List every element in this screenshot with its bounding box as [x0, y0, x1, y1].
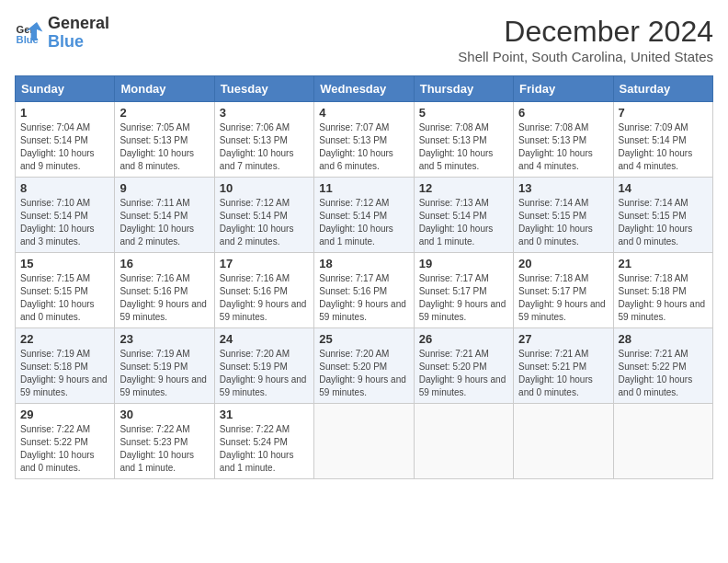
day-number: 11 — [319, 181, 408, 195]
day-number: 19 — [419, 257, 508, 270]
calendar-cell: 9 Sunrise: 7:11 AM Sunset: 5:14 PM Dayli… — [115, 178, 214, 253]
day-info: Sunrise: 7:10 AM Sunset: 5:14 PM Dayligh… — [20, 197, 109, 248]
calendar-cell: 23 Sunrise: 7:19 AM Sunset: 5:19 PM Dayl… — [115, 328, 214, 404]
calendar-week-1: 1 Sunrise: 7:04 AM Sunset: 5:14 PM Dayli… — [16, 102, 713, 178]
day-info: Sunrise: 7:04 AM Sunset: 5:14 PM Dayligh… — [20, 121, 109, 173]
calendar-cell: 16 Sunrise: 7:16 AM Sunset: 5:16 PM Dayl… — [115, 253, 214, 328]
weekday-header-tuesday: Tuesday — [214, 76, 313, 102]
calendar-cell: 29 Sunrise: 7:22 AM Sunset: 5:22 PM Dayl… — [16, 404, 115, 479]
calendar-cell: 11 Sunrise: 7:12 AM Sunset: 5:14 PM Dayl… — [314, 178, 414, 253]
calendar-cell: 3 Sunrise: 7:06 AM Sunset: 5:13 PM Dayli… — [214, 102, 313, 178]
calendar-cell: 28 Sunrise: 7:21 AM Sunset: 5:22 PM Dayl… — [613, 328, 712, 404]
day-info: Sunrise: 7:08 AM Sunset: 5:13 PM Dayligh… — [518, 121, 608, 173]
calendar-cell: 21 Sunrise: 7:18 AM Sunset: 5:18 PM Dayl… — [613, 253, 712, 328]
day-info: Sunrise: 7:12 AM Sunset: 5:14 PM Dayligh… — [319, 197, 408, 248]
day-info: Sunrise: 7:06 AM Sunset: 5:13 PM Dayligh… — [220, 121, 309, 173]
day-info: Sunrise: 7:05 AM Sunset: 5:13 PM Dayligh… — [119, 121, 209, 173]
calendar-cell: 30 Sunrise: 7:22 AM Sunset: 5:23 PM Dayl… — [115, 404, 214, 479]
day-info: Sunrise: 7:21 AM Sunset: 5:21 PM Dayligh… — [518, 348, 608, 399]
calendar-week-4: 22 Sunrise: 7:19 AM Sunset: 5:18 PM Dayl… — [16, 328, 713, 404]
day-info: Sunrise: 7:21 AM Sunset: 5:22 PM Dayligh… — [619, 348, 708, 399]
day-info: Sunrise: 7:20 AM Sunset: 5:19 PM Dayligh… — [220, 348, 309, 399]
day-number: 1 — [20, 106, 109, 120]
weekday-header-friday: Friday — [514, 76, 613, 102]
calendar-week-3: 15 Sunrise: 7:15 AM Sunset: 5:15 PM Dayl… — [16, 253, 713, 328]
day-number: 23 — [119, 332, 209, 346]
day-info: Sunrise: 7:14 AM Sunset: 5:15 PM Dayligh… — [518, 197, 608, 248]
calendar-cell: 27 Sunrise: 7:21 AM Sunset: 5:21 PM Dayl… — [514, 328, 613, 404]
day-info: Sunrise: 7:08 AM Sunset: 5:13 PM Dayligh… — [419, 121, 508, 173]
weekday-header-sunday: Sunday — [16, 76, 115, 102]
day-number: 9 — [119, 181, 209, 195]
calendar-cell: 17 Sunrise: 7:16 AM Sunset: 5:16 PM Dayl… — [214, 253, 313, 328]
day-number: 15 — [20, 257, 109, 270]
day-info: Sunrise: 7:12 AM Sunset: 5:14 PM Dayligh… — [220, 197, 309, 248]
day-number: 16 — [119, 257, 209, 270]
day-number: 24 — [220, 332, 309, 346]
calendar-cell: 15 Sunrise: 7:15 AM Sunset: 5:15 PM Dayl… — [16, 253, 115, 328]
calendar-cell: 7 Sunrise: 7:09 AM Sunset: 5:14 PM Dayli… — [613, 102, 712, 178]
calendar-cell: 26 Sunrise: 7:21 AM Sunset: 5:20 PM Dayl… — [414, 328, 513, 404]
weekday-header-wednesday: Wednesday — [314, 76, 414, 102]
day-number: 22 — [20, 332, 109, 346]
day-info: Sunrise: 7:22 AM Sunset: 5:23 PM Dayligh… — [119, 423, 209, 475]
calendar-cell: 24 Sunrise: 7:20 AM Sunset: 5:19 PM Dayl… — [214, 328, 313, 404]
calendar-cell: 19 Sunrise: 7:17 AM Sunset: 5:17 PM Dayl… — [414, 253, 513, 328]
day-number: 2 — [119, 106, 209, 120]
calendar-week-5: 29 Sunrise: 7:22 AM Sunset: 5:22 PM Dayl… — [16, 404, 713, 479]
day-info: Sunrise: 7:18 AM Sunset: 5:18 PM Dayligh… — [619, 272, 708, 324]
day-number: 26 — [419, 332, 508, 346]
day-info: Sunrise: 7:19 AM Sunset: 5:18 PM Dayligh… — [20, 348, 109, 399]
day-info: Sunrise: 7:09 AM Sunset: 5:14 PM Dayligh… — [619, 121, 708, 173]
calendar-cell — [613, 404, 712, 479]
calendar-cell: 6 Sunrise: 7:08 AM Sunset: 5:13 PM Dayli… — [514, 102, 613, 178]
calendar-cell: 5 Sunrise: 7:08 AM Sunset: 5:13 PM Dayli… — [414, 102, 513, 178]
day-info: Sunrise: 7:22 AM Sunset: 5:22 PM Dayligh… — [20, 423, 109, 475]
weekday-header-monday: Monday — [115, 76, 214, 102]
day-number: 7 — [619, 106, 708, 120]
day-number: 6 — [518, 106, 608, 120]
day-info: Sunrise: 7:11 AM Sunset: 5:14 PM Dayligh… — [119, 197, 209, 248]
day-info: Sunrise: 7:15 AM Sunset: 5:15 PM Dayligh… — [20, 272, 109, 324]
calendar-cell: 4 Sunrise: 7:07 AM Sunset: 5:13 PM Dayli… — [314, 102, 414, 178]
calendar-cell: 1 Sunrise: 7:04 AM Sunset: 5:14 PM Dayli… — [16, 102, 115, 178]
calendar-cell: 25 Sunrise: 7:20 AM Sunset: 5:20 PM Dayl… — [314, 328, 414, 404]
day-number: 25 — [319, 332, 408, 346]
weekday-header-thursday: Thursday — [414, 76, 513, 102]
calendar-table: SundayMondayTuesdayWednesdayThursdayFrid… — [15, 75, 713, 479]
calendar-cell: 2 Sunrise: 7:05 AM Sunset: 5:13 PM Dayli… — [115, 102, 214, 178]
day-info: Sunrise: 7:22 AM Sunset: 5:24 PM Dayligh… — [220, 423, 309, 475]
day-number: 13 — [518, 181, 608, 195]
day-info: Sunrise: 7:13 AM Sunset: 5:14 PM Dayligh… — [419, 197, 508, 248]
day-info: Sunrise: 7:17 AM Sunset: 5:16 PM Dayligh… — [319, 272, 408, 324]
calendar-cell: 22 Sunrise: 7:19 AM Sunset: 5:18 PM Dayl… — [16, 328, 115, 404]
logo-text: General Blue — [48, 15, 109, 52]
calendar-cell — [514, 404, 613, 479]
day-number: 14 — [619, 181, 708, 195]
page-header: Gen Blue General Blue December 2024 Shel… — [15, 15, 713, 64]
weekday-header-saturday: Saturday — [613, 76, 712, 102]
day-number: 17 — [220, 257, 309, 270]
day-info: Sunrise: 7:21 AM Sunset: 5:20 PM Dayligh… — [419, 348, 508, 399]
calendar-cell — [314, 404, 414, 479]
logo: Gen Blue General Blue — [15, 15, 109, 52]
day-number: 3 — [220, 106, 309, 120]
day-number: 5 — [419, 106, 508, 120]
calendar-cell: 14 Sunrise: 7:14 AM Sunset: 5:15 PM Dayl… — [613, 178, 712, 253]
calendar-cell — [414, 404, 513, 479]
calendar-cell: 31 Sunrise: 7:22 AM Sunset: 5:24 PM Dayl… — [214, 404, 313, 479]
day-info: Sunrise: 7:19 AM Sunset: 5:19 PM Dayligh… — [119, 348, 209, 399]
day-info: Sunrise: 7:14 AM Sunset: 5:15 PM Dayligh… — [619, 197, 708, 248]
day-number: 21 — [619, 257, 708, 270]
day-info: Sunrise: 7:07 AM Sunset: 5:13 PM Dayligh… — [319, 121, 408, 173]
day-number: 18 — [319, 257, 408, 270]
day-number: 4 — [319, 106, 408, 120]
day-info: Sunrise: 7:16 AM Sunset: 5:16 PM Dayligh… — [220, 272, 309, 324]
month-title: December 2024 — [458, 15, 713, 49]
calendar-cell: 10 Sunrise: 7:12 AM Sunset: 5:14 PM Dayl… — [214, 178, 313, 253]
calendar-cell: 13 Sunrise: 7:14 AM Sunset: 5:15 PM Dayl… — [514, 178, 613, 253]
day-info: Sunrise: 7:18 AM Sunset: 5:17 PM Dayligh… — [518, 272, 608, 324]
day-number: 29 — [20, 408, 109, 421]
day-number: 30 — [119, 408, 209, 421]
day-info: Sunrise: 7:16 AM Sunset: 5:16 PM Dayligh… — [119, 272, 209, 324]
